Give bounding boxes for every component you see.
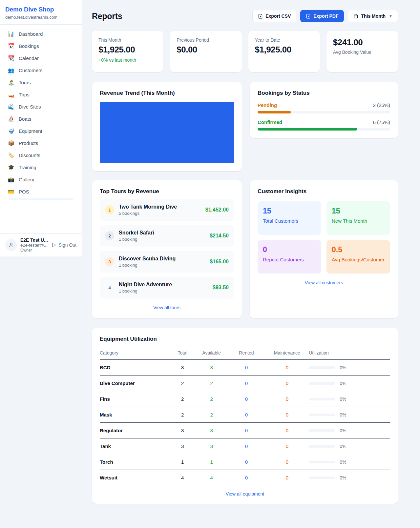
sidebar-nav: 📊Dashboard 📅Bookings 📆Calendar 👥Customer… <box>0 25 82 200</box>
tour-name: Discover Scuba Diving <box>119 256 205 262</box>
period-select[interactable]: This Month ▼ <box>348 10 398 22</box>
stat-label: Avg Booking Value <box>333 50 391 55</box>
sidebar-item-trips[interactable]: 🚤Trips <box>4 89 78 101</box>
utilization-track <box>309 477 335 479</box>
sidebar-item-label: POS <box>19 189 29 194</box>
tour-revenue: $214.50 <box>210 233 229 239</box>
sidebar-item-training[interactable]: 🎓Training <box>4 161 78 173</box>
sidebar-item-calendar[interactable]: 📆Calendar <box>4 52 78 64</box>
tile-value: 15 <box>263 207 316 215</box>
col-maintenance: Maintenance <box>265 347 309 360</box>
stat-card-previous-period: Previous Period $0.00 <box>170 31 242 72</box>
equipment-total: 2 <box>169 407 196 423</box>
sidebar-item-equipment[interactable]: 🤿Equipment <box>4 125 78 137</box>
revenue-trend-title: Revenue Trend (This Month) <box>100 90 234 96</box>
tour-name: Snorkel Safari <box>119 230 205 236</box>
view-all-customers-link[interactable]: View all customers <box>258 280 390 285</box>
sign-out-button[interactable]: Sign Out <box>52 242 76 248</box>
equipment-table: Category Total Available Rented Maintena… <box>100 347 390 485</box>
sidebar-item-label: Bookings <box>19 43 39 49</box>
col-total: Total <box>169 347 196 360</box>
col-utilization: Utilization <box>309 347 390 360</box>
credit-card-icon: 💳 <box>8 189 14 195</box>
customer-insights-title: Customer Insights <box>258 188 390 195</box>
utilization-percent: 0% <box>340 396 346 402</box>
tile-value: 15 <box>332 207 385 215</box>
export-pdf-button[interactable]: Export PDF <box>300 10 344 22</box>
header-actions: Export CSV Export PDF This Month ▼ <box>252 10 398 22</box>
equipment-total: 3 <box>169 423 196 438</box>
utilization-percent: 0% <box>340 381 346 386</box>
sidebar-item-tours[interactable]: 🏝️Tours <box>4 76 78 89</box>
table-row: Torch11000% <box>100 454 390 470</box>
progress-fill <box>258 128 357 131</box>
calendar-outline-icon <box>353 14 358 19</box>
status-row-pending: Pending 2 (25%) <box>258 102 390 113</box>
bookings-by-status-title: Bookings by Status <box>258 90 390 96</box>
equipment-utilization: 0% <box>309 391 390 407</box>
view-all-tours-link[interactable]: View all tours <box>100 305 234 310</box>
calendar-icon: 📅 <box>8 43 14 49</box>
sidebar-item-discounts[interactable]: 🏷️Discounts <box>4 149 78 161</box>
sidebar-item-boats[interactable]: ⛵Boats <box>4 113 78 125</box>
equipment-utilization: 0% <box>309 360 390 376</box>
stat-label: Previous Period <box>177 37 235 43</box>
sidebar-item-dive-sites[interactable]: 🌊Dive Sites <box>4 101 78 113</box>
tile-label: New This Month <box>332 218 385 224</box>
sidebar-item-gallery[interactable]: 📸Gallery <box>4 173 78 186</box>
speedboat-icon: 🚤 <box>8 91 14 98</box>
status-label: Confirmed <box>258 119 282 125</box>
sidebar-item-bookings[interactable]: 📅Bookings <box>4 40 78 52</box>
stat-card-year-to-date: Year to Date $1,925.00 <box>248 31 320 72</box>
tile-label: Total Customers <box>263 218 316 224</box>
tour-bookings: 5 bookings <box>119 211 201 216</box>
tour-row: 4 Night Dive Adventure1 booking $93.50 <box>100 277 234 298</box>
user-info: E2E Test U... e2e-tester@... Owner <box>20 237 48 253</box>
top-tours-card: Top Tours by Revenue 1 Two Tank Morning … <box>92 180 242 318</box>
equipment-utilization: 0% <box>309 454 390 470</box>
equipment-maintenance: 0 <box>265 423 309 438</box>
brand: Demo Dive Shop demo.test.divestreams.com <box>0 0 82 25</box>
tour-bookings: 1 booking <box>119 237 205 242</box>
equipment-maintenance: 0 <box>265 454 309 470</box>
stat-value: $241.00 <box>333 37 391 48</box>
period-label: This Month <box>361 13 386 19</box>
shop-name: Demo Dive Shop <box>5 6 76 13</box>
bookings-by-status-card: Bookings by Status Pending 2 (25%) Confi… <box>250 82 398 138</box>
view-all-equipment-link[interactable]: View all equipment <box>100 491 390 497</box>
equipment-available: 2 <box>196 391 227 407</box>
sidebar-item-dashboard[interactable]: 📊Dashboard <box>4 28 78 40</box>
equipment-category: Mask <box>100 407 169 423</box>
equipment-category: BCD <box>100 360 169 376</box>
tile-repeat-customers: 0 Repeat Customers <box>258 240 321 274</box>
logout-icon <box>52 242 57 248</box>
rank-badge: 3 <box>105 257 114 266</box>
equipment-utilization-title: Equipment Utilization <box>100 336 390 342</box>
tile-value: 0.5 <box>332 245 385 254</box>
table-row: Regulator33000% <box>100 423 390 438</box>
tile-new-this-month: 15 New This Month <box>326 201 390 235</box>
tour-bookings: 1 booking <box>119 289 208 294</box>
equipment-utilization: 0% <box>309 423 390 438</box>
sidebar-item-reports-partial[interactable] <box>8 198 74 200</box>
sidebar-item-products[interactable]: 📦Products <box>4 137 78 149</box>
col-rented: Rented <box>227 347 265 360</box>
export-csv-button[interactable]: Export CSV <box>252 10 296 22</box>
sign-out-label: Sign Out <box>59 242 76 248</box>
main-content: Reports Export CSV Export PDF This Month <box>82 0 420 504</box>
tour-revenue: $1,452.00 <box>205 207 229 213</box>
tour-row: 2 Snorkel Safari1 booking $214.50 <box>100 225 234 247</box>
equipment-maintenance: 0 <box>265 376 309 391</box>
equipment-maintenance: 0 <box>265 407 309 423</box>
tile-label: Avg Bookings/Customer <box>332 257 385 262</box>
table-row: Wetsuit44000% <box>100 470 390 486</box>
sidebar-item-customers[interactable]: 👥Customers <box>4 64 78 76</box>
progress-track <box>258 111 390 113</box>
sidebar-item-label: Customers <box>19 68 43 73</box>
stat-label: Year to Date <box>255 37 313 43</box>
stat-value: $0.00 <box>177 45 235 55</box>
equipment-total: 2 <box>169 391 196 407</box>
utilization-track <box>309 461 335 463</box>
sidebar-item-pos[interactable]: 💳POS <box>4 186 78 198</box>
stat-card-this-month: This Month $1,925.00 +0% vs last month <box>92 31 163 72</box>
